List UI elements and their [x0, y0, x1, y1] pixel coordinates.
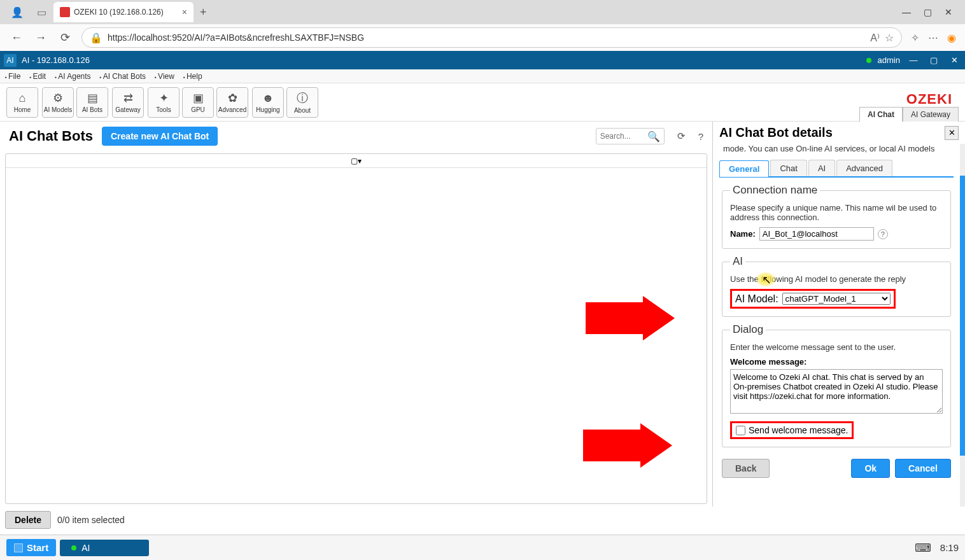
keyboard-icon[interactable]: ⌨	[915, 541, 931, 555]
menu-ai-agents[interactable]: AI Agents	[55, 72, 90, 81]
tabs-icon[interactable]: ▭	[34, 5, 48, 19]
menu-edit[interactable]: Edit	[29, 72, 46, 81]
list-header[interactable]: ▢▾	[6, 154, 707, 168]
tool-home[interactable]: ⌂Home	[6, 87, 38, 118]
star-icon[interactable]: ☆	[885, 32, 894, 44]
column-toggle-icon[interactable]: ▢▾	[351, 157, 362, 165]
tool-ai-bots[interactable]: ▤AI Bots	[76, 87, 108, 118]
scrollbar-thumb[interactable]	[960, 176, 965, 456]
page-title: AI Chat Bots	[9, 128, 93, 144]
model-select[interactable]: chatGPT_Model_1	[782, 293, 891, 305]
bots-icon: ▤	[87, 91, 98, 105]
app-minimize-icon[interactable]: —	[906, 55, 920, 65]
favicon-icon	[60, 7, 70, 17]
window-controls: — ▢ ✕	[902, 7, 960, 17]
refresh-icon[interactable]: ⟳	[677, 130, 686, 142]
back-button[interactable]: Back	[722, 459, 770, 478]
task-item-ai[interactable]: AI	[60, 540, 149, 556]
menu-file[interactable]: File	[5, 72, 20, 81]
menu-ai-chat-bots[interactable]: AI Chat Bots	[100, 72, 146, 81]
name-input[interactable]	[759, 227, 874, 241]
back-icon[interactable]: ←	[9, 31, 24, 45]
app-close-icon[interactable]: ✕	[947, 55, 961, 65]
tab-ai[interactable]: AI	[808, 160, 835, 176]
ai-desc: Use the following AI model to generate t…	[730, 274, 943, 284]
left-header: AI Chat Bots Create new AI Chat Bot 🔍 ⟳ …	[0, 122, 712, 151]
detail-tabs: General Chat AI Advanced	[719, 160, 954, 178]
details-body: mode. You can use On-line AI services, o…	[713, 144, 965, 507]
gateway-icon: ⇄	[123, 91, 133, 105]
close-icon[interactable]: ✕	[945, 7, 952, 17]
url-input[interactable]	[108, 32, 865, 43]
tool-advanced[interactable]: ✿Advanced	[216, 87, 248, 118]
tool-ai-models[interactable]: ⚙AI Models	[42, 87, 74, 118]
more-icon[interactable]: ⋯	[928, 32, 938, 44]
details-pane: AI Chat Bot details ✕ mode. You can use …	[713, 122, 965, 507]
cancel-button[interactable]: Cancel	[895, 459, 951, 478]
search-icon[interactable]: 🔍	[647, 130, 660, 143]
gpu-icon: ▣	[193, 91, 204, 105]
search-box[interactable]: 🔍	[596, 128, 665, 144]
status-dot-icon	[866, 58, 871, 63]
address-bar: ← → ⟳ 🔒 A⁾ ☆ ✧ ⋯ ◉	[0, 24, 965, 51]
favorites-icon[interactable]: ✧	[911, 32, 919, 44]
delete-button[interactable]: Delete	[5, 511, 51, 529]
minimize-icon[interactable]: —	[902, 7, 911, 17]
left-pane: AI Chat Bots Create new AI Chat Bot 🔍 ⟳ …	[0, 122, 713, 507]
connection-desc: Please specify a unique name. This name …	[730, 203, 943, 222]
search-input[interactable]	[600, 132, 645, 141]
tab-title: OZEKI 10 (192.168.0.126)	[74, 8, 178, 17]
tool-hugging[interactable]: ☻Hugging	[252, 87, 284, 118]
main-area: AI Chat Bots Create new AI Chat Bot 🔍 ⟳ …	[0, 122, 965, 507]
intro-text: mode. You can use On-line AI services, o…	[713, 144, 960, 157]
task-status-dot-icon	[71, 545, 76, 550]
start-button[interactable]: Start	[6, 539, 56, 556]
reload-icon[interactable]: ⟳	[57, 31, 73, 45]
tab-close-icon[interactable]: ×	[182, 7, 187, 17]
tab-bar: 👤 ▭ OZEKI 10 (192.168.0.126) × + — ▢ ✕	[0, 0, 965, 24]
tab-ai-gateway[interactable]: AI Gateway	[903, 107, 959, 122]
dialog-fieldset: Dialog Enter the welcome message sent to…	[722, 323, 951, 447]
tab-detail-advanced[interactable]: Advanced	[836, 160, 892, 176]
browser-tab[interactable]: OZEKI 10 (192.168.0.126) ×	[53, 2, 194, 22]
forward-icon[interactable]: →	[33, 31, 48, 45]
app-title-bar: AI AI - 192.168.0.126 admin — ▢ ✕	[0, 51, 965, 69]
url-box[interactable]: 🔒 A⁾ ☆	[81, 27, 902, 48]
tool-gateway[interactable]: ⇄Gateway	[112, 87, 144, 118]
ok-button[interactable]: Ok	[851, 459, 890, 478]
tool-about[interactable]: ⓘAbout	[286, 87, 318, 118]
profile-icon[interactable]: 👤	[10, 5, 24, 19]
extension-icon[interactable]: ◉	[947, 32, 956, 44]
clock: 8:19	[940, 542, 959, 553]
maximize-icon[interactable]: ▢	[924, 7, 932, 17]
welcome-textarea[interactable]	[730, 369, 943, 414]
send-welcome-highlight: Send welcome message.	[730, 421, 854, 439]
tool-tools[interactable]: ✦Tools	[148, 87, 180, 118]
advanced-icon: ✿	[228, 91, 237, 105]
app-icon: AI	[4, 54, 17, 67]
new-tab-button[interactable]: +	[200, 6, 207, 19]
app-maximize-icon[interactable]: ▢	[927, 55, 941, 65]
send-welcome-checkbox[interactable]	[736, 426, 745, 435]
tab-general[interactable]: General	[719, 160, 769, 177]
model-label: AI Model:	[735, 293, 778, 305]
connection-legend: Connection name	[730, 184, 820, 197]
dialog-legend: Dialog	[730, 323, 766, 336]
tab-ai-chat[interactable]: AI Chat	[859, 107, 903, 122]
read-aloud-icon[interactable]: A⁾	[870, 32, 880, 44]
models-icon: ⚙	[53, 91, 63, 105]
close-panel-icon[interactable]: ✕	[945, 126, 959, 140]
create-chatbot-button[interactable]: Create new AI Chat Bot	[102, 127, 218, 146]
right-tabs: AI Chat AI Gateway	[859, 107, 959, 122]
bottom-toolbar: Delete 0/0 item selected	[5, 509, 125, 531]
taskbar: Start AI ⌨ 8:19	[0, 535, 965, 560]
tab-chat[interactable]: Chat	[770, 160, 807, 176]
menu-view[interactable]: View	[155, 72, 174, 81]
menu-help[interactable]: Help	[183, 72, 202, 81]
tool-gpu[interactable]: ▣GPU	[182, 87, 214, 118]
help-icon[interactable]: ?	[698, 131, 703, 142]
tools-icon: ✦	[159, 91, 169, 105]
name-help-icon[interactable]: ?	[878, 229, 888, 239]
home-icon: ⌂	[19, 92, 26, 105]
logo-text: OZEKI	[906, 91, 952, 108]
